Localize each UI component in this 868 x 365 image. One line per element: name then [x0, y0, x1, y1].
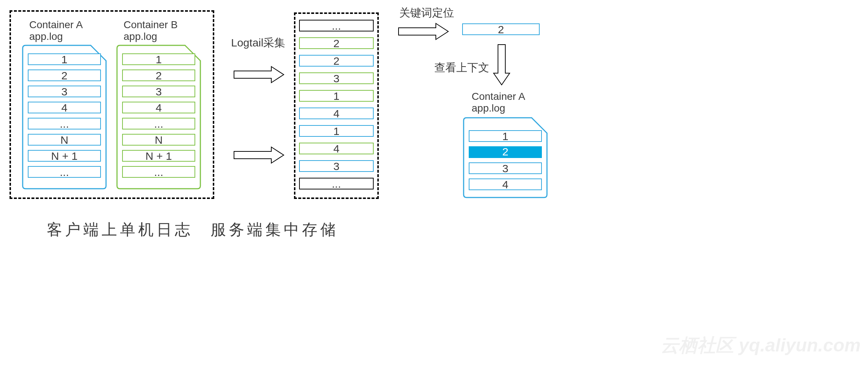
result-single-cell: 2	[462, 23, 540, 35]
arrow-keyword	[398, 23, 449, 40]
result-folder-title: Container A	[472, 91, 525, 102]
server-row: 3	[299, 72, 374, 84]
container-a-row: 3	[28, 86, 101, 97]
arrow-context	[493, 44, 510, 86]
container-a-row: 2	[28, 69, 101, 81]
container-b-subtitle: app.log	[124, 31, 157, 42]
watermark: 云栖社区 yq.aliyun.com	[661, 333, 861, 358]
container-b-row: 1	[122, 53, 195, 65]
result-row: 1	[469, 130, 542, 142]
container-a-subtitle: app.log	[29, 31, 63, 42]
container-b-row: ...	[122, 166, 195, 178]
container-b-row: 3	[122, 86, 195, 97]
server-row: 4	[299, 143, 374, 154]
server-row: 2	[299, 55, 374, 67]
container-a-row: 4	[28, 102, 101, 113]
container-a-row: 1	[28, 53, 101, 65]
container-a-row: N	[28, 134, 101, 146]
client-caption: 客户端上单机日志	[47, 219, 193, 240]
container-a-row: N + 1	[28, 150, 101, 162]
result-row: 2	[469, 146, 542, 158]
arrow-collect-1	[233, 66, 284, 83]
server-row: 1	[299, 125, 374, 137]
result-row: 3	[469, 162, 542, 174]
keyword-label: 关键词定位	[399, 7, 454, 19]
container-b-title: Container B	[124, 19, 178, 31]
arrow-collect-2	[233, 146, 284, 164]
container-b-row: N	[122, 134, 195, 146]
container-b-row: 4	[122, 102, 195, 113]
server-row: 2	[299, 37, 374, 49]
collect-label: Logtail采集	[231, 37, 285, 49]
server-caption: 服务端集中存储	[211, 219, 339, 240]
container-b-row: N + 1	[122, 150, 195, 162]
container-a-row: ...	[28, 166, 101, 178]
server-row: 3	[299, 160, 374, 172]
result-row: 4	[469, 178, 542, 190]
server-row: 1	[299, 90, 374, 102]
container-b-row: ...	[122, 118, 195, 129]
container-b-row: 2	[122, 69, 195, 81]
server-row: ...	[299, 20, 374, 31]
container-a-title: Container A	[29, 19, 83, 31]
server-row: ...	[299, 178, 374, 189]
server-row: 4	[299, 108, 374, 119]
container-a-row: ...	[28, 118, 101, 129]
context-label: 查看上下文	[434, 61, 489, 74]
result-folder-subtitle: app.log	[472, 102, 505, 114]
